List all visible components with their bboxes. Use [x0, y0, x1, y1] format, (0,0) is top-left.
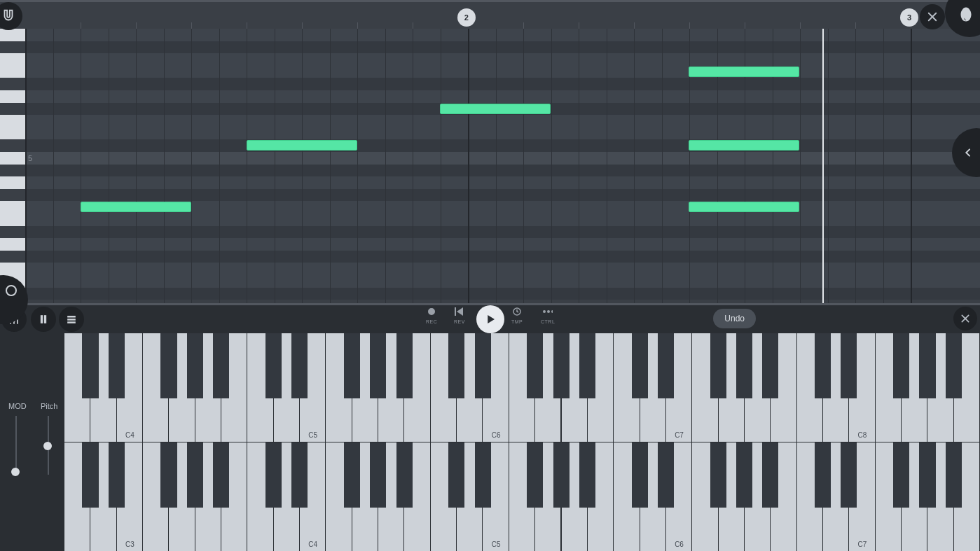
note-grid[interactable]	[25, 29, 980, 303]
roll-key[interactable]	[0, 66, 25, 78]
piano-roll-panel: 2 3 5	[0, 0, 980, 305]
black-key[interactable]	[841, 333, 857, 398]
ctrl-button[interactable]: CTRL	[541, 307, 555, 324]
black-key[interactable]	[632, 333, 648, 398]
roll-key[interactable]	[0, 127, 25, 140]
black-key[interactable]	[762, 333, 778, 398]
black-key[interactable]	[762, 442, 778, 508]
record-button[interactable]: REC	[426, 307, 437, 324]
keyboard-row-bottom[interactable]: C3C4C5C6C7	[64, 442, 980, 551]
black-key[interactable]	[160, 333, 177, 398]
roll-key[interactable]	[0, 238, 25, 251]
black-key[interactable]	[344, 442, 360, 508]
svg-marker-10	[457, 307, 463, 316]
black-key[interactable]	[475, 442, 491, 508]
black-key[interactable]	[736, 333, 752, 398]
black-key[interactable]	[579, 442, 595, 508]
bar-marker-3[interactable]: 3	[900, 8, 918, 27]
close-piano-roll-button[interactable]	[920, 4, 945, 29]
black-key[interactable]	[946, 442, 962, 508]
black-key[interactable]	[919, 442, 935, 508]
black-key[interactable]	[109, 442, 125, 508]
roll-key[interactable]	[0, 53, 25, 66]
grid-row	[25, 78, 980, 90]
black-key[interactable]	[160, 442, 177, 508]
pause-toggle[interactable]	[31, 307, 56, 332]
black-key[interactable]	[82, 442, 98, 508]
rewind-icon	[455, 307, 464, 316]
snap-button[interactable]	[0, 2, 22, 30]
black-key[interactable]	[710, 442, 726, 508]
black-key[interactable]	[527, 442, 543, 508]
key-label: C4	[125, 431, 134, 439]
pitch-slider[interactable]	[43, 442, 52, 450]
roll-key[interactable]	[0, 201, 25, 214]
midi-note[interactable]	[81, 202, 191, 212]
black-key[interactable]	[344, 333, 360, 398]
black-key[interactable]	[109, 333, 125, 398]
black-key[interactable]	[265, 333, 282, 398]
black-key[interactable]	[527, 333, 543, 398]
black-key[interactable]	[213, 442, 229, 508]
black-key[interactable]	[893, 333, 909, 398]
black-key[interactable]	[579, 333, 595, 398]
rewind-button[interactable]: REV	[454, 307, 465, 324]
roll-key[interactable]	[0, 29, 25, 41]
black-key[interactable]	[841, 442, 857, 508]
black-key[interactable]	[396, 442, 413, 508]
midi-note[interactable]	[440, 104, 551, 114]
black-key[interactable]	[448, 442, 464, 508]
black-key[interactable]	[291, 333, 308, 398]
black-key[interactable]	[893, 442, 909, 508]
black-key[interactable]	[187, 442, 203, 508]
black-key[interactable]	[815, 442, 831, 508]
black-key[interactable]	[291, 442, 308, 508]
timeline-ruler[interactable]: 2 3	[25, 4, 980, 29]
close-icon	[960, 313, 971, 324]
roll-key[interactable]	[0, 263, 25, 275]
black-key[interactable]	[632, 442, 648, 508]
black-key[interactable]	[658, 442, 674, 508]
chevron-left-icon	[962, 147, 974, 158]
black-key[interactable]	[213, 333, 229, 398]
black-key[interactable]	[553, 333, 570, 398]
keyboard-row-top[interactable]: C4C5C6C7C8	[64, 333, 980, 442]
grid-line	[607, 29, 607, 303]
roll-key[interactable]	[0, 152, 25, 165]
roll-key[interactable]	[0, 115, 25, 127]
black-key[interactable]	[553, 442, 570, 508]
black-key[interactable]	[82, 333, 98, 398]
play-button[interactable]	[476, 305, 504, 333]
roll-key[interactable]	[0, 176, 25, 189]
black-key[interactable]	[187, 333, 203, 398]
black-key[interactable]	[815, 333, 831, 398]
black-key[interactable]	[370, 333, 386, 398]
roll-key[interactable]	[0, 90, 25, 103]
midi-note[interactable]	[247, 140, 357, 151]
svg-rect-4	[44, 315, 46, 323]
black-key[interactable]	[396, 333, 413, 398]
undo-button[interactable]: Undo	[713, 309, 756, 328]
black-key[interactable]	[370, 442, 386, 508]
black-key[interactable]	[946, 333, 962, 398]
keyboard-rows: C4C5C6C7C8 C3C4C5C6C7	[64, 333, 980, 551]
tempo-button[interactable]: TMP	[511, 307, 523, 324]
midi-note[interactable]	[689, 67, 799, 77]
black-key[interactable]	[919, 333, 935, 398]
mod-slider[interactable]	[11, 468, 20, 476]
playhead[interactable]	[822, 29, 824, 303]
list-button[interactable]	[59, 307, 84, 332]
midi-note[interactable]	[689, 140, 799, 151]
black-key[interactable]	[658, 333, 674, 398]
black-key[interactable]	[710, 333, 726, 398]
grid-line	[911, 29, 912, 303]
bar-marker-2[interactable]: 2	[457, 8, 476, 27]
midi-note[interactable]	[689, 202, 799, 212]
roll-key[interactable]	[0, 214, 25, 226]
close-keyboard-button[interactable]	[953, 307, 977, 330]
black-key[interactable]	[736, 442, 752, 508]
black-key[interactable]	[265, 442, 282, 508]
grid-line	[164, 29, 165, 303]
black-key[interactable]	[448, 333, 464, 398]
black-key[interactable]	[475, 333, 491, 398]
